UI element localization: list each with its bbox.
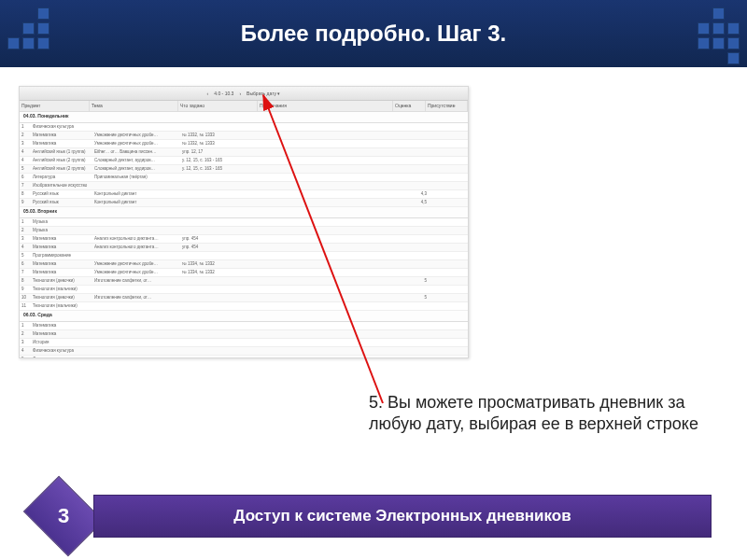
lesson-row: 5Английский язык (2 группа)Словарный дик… — [20, 165, 468, 174]
lesson-row: 4МатематикаАнализ контрольного диктанта…… — [20, 244, 468, 252]
lesson-row: 9Русский языкКонтрольный диктант4,5 — [20, 199, 468, 207]
lesson-row: 10Технология (девочки)Изготовление салфе… — [20, 294, 468, 302]
instruction-note: 5. Вы можете просматривать дневник за лю… — [369, 392, 714, 434]
table-header: Предмет Тема Что задано Примечания Оценк… — [20, 101, 468, 112]
slide-title: Более подробно. Шаг 3. — [0, 0, 747, 67]
decoration-top-left — [7, 7, 49, 49]
col-subject: Предмет — [20, 101, 90, 111]
date-navigator[interactable]: ‹ 4.0 - 10.3 › Выбрать дату ▾ — [20, 87, 468, 101]
lesson-row: 4Физическая культура — [20, 347, 468, 356]
day-header: 06.03. Среда — [20, 311, 468, 322]
col-topic: Тема — [90, 101, 178, 111]
lesson-row: 5Программирование — [20, 252, 468, 260]
day-header: 04.03. Понедельник — [20, 112, 468, 123]
col-notes: Примечания — [258, 101, 393, 111]
diary-screenshot: ‹ 4.0 - 10.3 › Выбрать дату ▾ Предмет Те… — [19, 86, 469, 358]
date-range-label: 4.0 - 10.3 — [214, 91, 233, 96]
step-badge: 3 — [23, 476, 104, 556]
day-header: 05.03. Вторник — [20, 207, 468, 218]
lesson-row: 7Изобразительное искусство — [20, 182, 468, 190]
lesson-row: 9Технология (мальчики) — [20, 286, 468, 294]
step-number: 3 — [33, 492, 94, 540]
decoration-top-right — [698, 7, 740, 64]
lesson-row: 11Технология (мальчики) — [20, 302, 468, 311]
lesson-row: 8Русский языкКонтрольный диктант4,3 — [20, 190, 468, 199]
date-picker-button[interactable]: Выбрать дату ▾ — [247, 91, 280, 96]
footer-label: Доступ к системе Электронных дневников — [233, 507, 571, 525]
lesson-row: 2Математика — [20, 330, 468, 339]
lesson-row: 3МатематикаУмножение десятичных дробе…№ … — [20, 140, 468, 148]
lesson-row: 1Физическая культура — [20, 123, 468, 132]
lesson-row: 2Музыка — [20, 227, 468, 235]
lesson-row: 3МатематикаАнализ контрольного диктанта…… — [20, 235, 468, 244]
lesson-row: 4Английский язык (2 группа)Словарный дик… — [20, 157, 468, 165]
next-week-button[interactable]: › — [239, 91, 241, 96]
prev-week-button[interactable]: ‹ — [207, 91, 209, 96]
col-homework: Что задано — [178, 101, 258, 111]
lesson-row: 7МатематикаУмножение десятичных дробе…№ … — [20, 269, 468, 277]
footer-bar: Доступ к системе Электронных дневников — [93, 495, 712, 538]
lesson-row: 6МатематикаУмножение десятичных дробе…№ … — [20, 260, 468, 269]
lesson-row: 8Технология (девочки)Изготовление салфет… — [20, 277, 468, 286]
col-attendance: Присутствие — [426, 101, 468, 111]
lesson-row: 5Литература — [20, 356, 468, 358]
slide-header: Более подробно. Шаг 3. — [0, 0, 747, 67]
lesson-row: 1Математика — [20, 322, 468, 330]
lesson-row: 1Музыка — [20, 218, 468, 227]
lesson-row: 2МатематикаУмножение десятичных дробе…№ … — [20, 132, 468, 140]
col-mark: Оценка — [393, 101, 426, 111]
lesson-row: 6ЛитератураПрипоминальная (твёртая) — [20, 174, 468, 182]
lesson-row: 4Английский язык (1 группа)Either… or… Б… — [20, 148, 468, 157]
lesson-row: 3История — [20, 339, 468, 347]
